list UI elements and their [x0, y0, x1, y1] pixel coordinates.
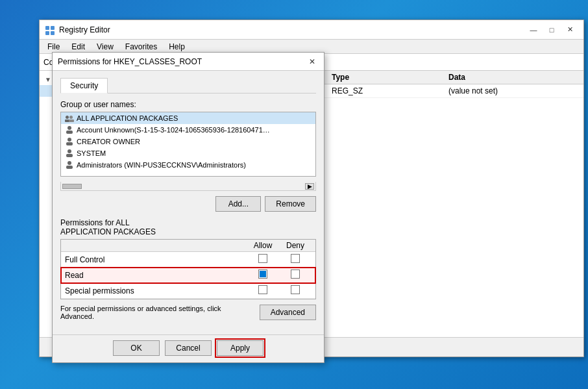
svg-rect-1: [51, 26, 55, 30]
minimize-button[interactable]: —: [525, 24, 542, 36]
tab-row: Security: [60, 77, 316, 94]
svg-rect-11: [66, 142, 73, 145]
perm-col-deny: Deny: [279, 241, 312, 250]
perm-col-allow: Allow: [247, 241, 279, 250]
person-icon-4: [65, 160, 74, 169]
chevron-icon: ▼: [45, 76, 51, 83]
svg-point-14: [67, 161, 71, 165]
group-users-label: Group or user names:: [60, 100, 316, 109]
svg-rect-6: [69, 116, 73, 119]
title-bar-left: Registry Editor: [45, 25, 110, 35]
hscroll-thumb: [62, 184, 82, 189]
user-item-1[interactable]: Account Unknown(S-1-15-3-1024-1065365936…: [61, 124, 315, 136]
dialog-title: Permissions for HKEY_CLASSES_ROOT: [58, 57, 202, 66]
svg-rect-5: [65, 119, 69, 122]
perm-row-special: Special permissions: [61, 283, 315, 299]
svg-rect-2: [45, 31, 49, 35]
perm-special-deny-cell: [279, 285, 312, 296]
dialog-title-bar: Permissions for HKEY_CLASSES_ROOT ✕: [53, 53, 324, 71]
user-label-4: Administrators (WIN-PUS3ECCKNSV\Administ…: [77, 161, 246, 169]
user-label-0: ALL APPLICATION PACKAGES: [77, 114, 178, 122]
user-label-1: Account Unknown(S-1-15-3-1024-1065365936…: [77, 126, 270, 134]
maximize-button[interactable]: □: [543, 24, 560, 36]
perm-read-deny-checkbox[interactable]: [291, 270, 300, 279]
menu-favorites[interactable]: Favorites: [120, 41, 162, 53]
cancel-button[interactable]: Cancel: [165, 340, 212, 356]
ok-button[interactable]: OK: [113, 340, 160, 356]
person-icon-2: [65, 137, 74, 146]
row-type: REG_SZ: [332, 86, 397, 95]
header-type: Type: [332, 73, 397, 82]
title-controls: — □ ✕: [525, 24, 578, 36]
advanced-section: For special permissions or advanced sett…: [60, 305, 316, 320]
svg-point-8: [67, 126, 71, 130]
perm-full-control-deny-cell: [279, 254, 312, 265]
user-item-3[interactable]: SYSTEM: [61, 147, 315, 159]
perm-row-full-control: Full Control: [61, 252, 315, 268]
perm-header: Allow Deny: [61, 240, 315, 252]
row-data: (value not set): [448, 86, 578, 95]
menu-edit[interactable]: Edit: [66, 41, 90, 53]
person-icon-3: [65, 149, 74, 158]
svg-rect-9: [66, 131, 73, 134]
svg-rect-3: [51, 31, 55, 35]
perm-full-control-deny-checkbox[interactable]: [291, 254, 300, 263]
window-title: Registry Editor: [59, 25, 110, 34]
perm-special-allow-checkbox[interactable]: [258, 285, 267, 294]
svg-point-12: [67, 149, 71, 153]
user-item-4[interactable]: Administrators (WIN-PUS3ECCKNSV\Administ…: [61, 159, 315, 171]
svg-rect-15: [66, 166, 73, 169]
person-icon-1: [65, 125, 74, 134]
perm-col-name: [65, 241, 247, 250]
perm-read-deny-cell: [279, 270, 312, 281]
svg-point-10: [67, 138, 71, 142]
perm-read-allow-checkbox[interactable]: [258, 270, 267, 279]
dialog-footer: OK Cancel Apply: [53, 334, 324, 362]
perm-special-allow-cell: [247, 285, 279, 296]
header-data: Data: [448, 73, 578, 82]
group-icon-0: [65, 114, 74, 123]
registry-icon: [45, 25, 55, 35]
users-list-hscroll[interactable]: ▶: [60, 182, 316, 191]
advanced-description: For special permissions or advanced sett…: [60, 305, 260, 320]
user-label-2: CREATOR OWNER: [77, 138, 140, 145]
menu-view[interactable]: View: [92, 41, 119, 53]
user-label-3: SYSTEM: [77, 149, 106, 157]
svg-rect-13: [66, 154, 73, 157]
close-button[interactable]: ✕: [561, 24, 578, 36]
user-item-0[interactable]: ALL APPLICATION PACKAGES: [61, 112, 315, 124]
permissions-dialog: Permissions for HKEY_CLASSES_ROOT ✕ Secu…: [52, 52, 325, 363]
apply-button[interactable]: Apply: [217, 340, 263, 356]
dialog-body: Security Group or user names: ALL APPLIC…: [53, 71, 324, 334]
tab-security[interactable]: Security: [60, 78, 108, 94]
perm-row-read: Read: [61, 268, 315, 283]
perm-full-control-allow-cell: [247, 254, 279, 265]
menu-file[interactable]: File: [42, 41, 65, 53]
users-list-box[interactable]: ALL APPLICATION PACKAGES Account Unknown…: [60, 112, 316, 177]
svg-rect-4: [66, 116, 69, 119]
title-bar: Registry Editor — □ ✕: [40, 20, 583, 40]
add-remove-row: Add... Remove: [60, 196, 316, 212]
user-item-2[interactable]: CREATOR OWNER: [61, 136, 315, 147]
add-button[interactable]: Add...: [215, 196, 261, 212]
perm-read-label: Read: [65, 271, 247, 280]
advanced-button[interactable]: Advanced: [260, 305, 316, 320]
menu-help[interactable]: Help: [164, 41, 190, 53]
permissions-table: Allow Deny Full Control Read: [60, 239, 316, 299]
perm-full-control-label: Full Control: [65, 255, 247, 264]
svg-rect-7: [69, 119, 74, 122]
dialog-close-button[interactable]: ✕: [306, 56, 319, 68]
hscroll-right-btn[interactable]: ▶: [305, 183, 314, 190]
svg-rect-0: [45, 26, 49, 30]
perm-special-label: Special permissions: [65, 286, 247, 295]
perm-special-deny-checkbox[interactable]: [291, 285, 300, 294]
permissions-for-label: Permissions for ALL APPLICATION PACKAGES: [60, 218, 316, 236]
remove-button[interactable]: Remove: [265, 196, 316, 212]
perm-full-control-allow-checkbox[interactable]: [258, 254, 267, 263]
perm-read-allow-cell: [247, 270, 279, 281]
